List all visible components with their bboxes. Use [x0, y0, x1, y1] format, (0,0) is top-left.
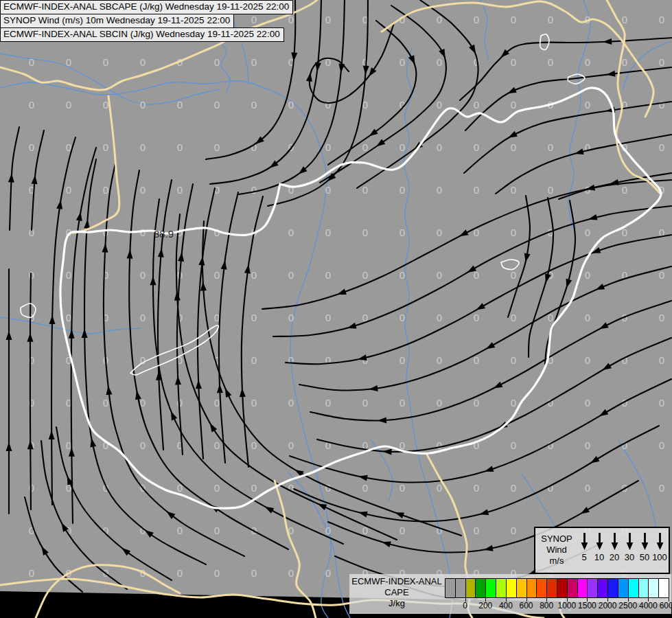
index-value: 0 [177, 184, 183, 196]
index-value: 0 [251, 184, 257, 196]
index-value: 0 [437, 312, 442, 323]
index-value: 0 [511, 482, 516, 494]
cape-color-step [485, 578, 496, 598]
index-value: 0 [251, 56, 257, 68]
cape-color-step [475, 578, 486, 598]
index-value: 0 [437, 354, 442, 366]
index-value: 0 [659, 269, 664, 281]
cape-color-step [557, 578, 568, 598]
index-value: 0 [288, 567, 294, 579]
map-title-block: ECMWF-INDEX-ANAL SBCAPE (J/kg) Wednesday… [0, 0, 293, 42]
index-value: 0 [66, 439, 71, 451]
index-value: 0 [399, 312, 405, 323]
index-value: 0 [214, 482, 220, 494]
wind-speed-item: 10 [592, 531, 607, 562]
cape-tick-label: 4000 [639, 601, 658, 610]
index-value: 0 [659, 99, 664, 111]
index-value: 0 [362, 227, 368, 238]
cape-color-step [567, 578, 578, 598]
wind-legend-title-line: m/s [537, 556, 577, 566]
index-value: 0 [659, 312, 664, 323]
wind-speed-item: 50 [637, 531, 652, 562]
index-value: 0 [437, 56, 442, 68]
index-value: 0 [66, 312, 71, 323]
index-value: 0 [251, 269, 257, 281]
down-arrow-icon [625, 531, 635, 551]
index-value: 0 [325, 567, 331, 579]
index-value: 0 [214, 56, 220, 68]
index-value: 0 [585, 482, 590, 494]
index-value: 0 [177, 525, 183, 536]
index-value: 0 [251, 567, 257, 579]
index-value: 0 [437, 397, 442, 409]
index-value: 0 [622, 56, 627, 68]
index-value: 0 [362, 269, 368, 281]
index-value: 0 [325, 397, 331, 409]
synop-wind-legend: SYNOP Wind m/s 510203050100 [534, 527, 670, 574]
index-value: 0 [437, 184, 442, 196]
index-value: 0 [288, 227, 294, 238]
index-value: 0 [29, 567, 34, 579]
index-value: 0 [140, 312, 146, 323]
cape-color-step [455, 578, 466, 598]
wind-speed-label: 50 [640, 552, 649, 562]
index-value: 0 [474, 397, 479, 409]
cape-color-step [526, 578, 537, 598]
index-value: 0 [251, 312, 257, 323]
index-value: 0 [251, 354, 257, 366]
down-arrow-icon [655, 531, 665, 551]
index-value: 0 [585, 397, 590, 409]
index-value: 0 [288, 397, 294, 409]
index-value: 0 [437, 227, 442, 238]
index-value: 0 [659, 482, 664, 494]
title-line-sbcape: ECMWF-INDEX-ANAL SBCAPE (J/kg) Wednesday… [0, 0, 293, 14]
index-value: 0 [288, 312, 294, 323]
index-value: 0 [474, 184, 479, 196]
index-value: 0 [659, 354, 664, 366]
index-value: 0 [659, 56, 664, 68]
index-value: 0 [474, 14, 479, 25]
index-value: 0 [659, 141, 664, 153]
index-value: 0 [66, 269, 71, 281]
index-value: 0 [437, 99, 442, 111]
index-value: 0 [511, 269, 516, 281]
index-value: 0 [511, 312, 516, 323]
cape-tick-label: 200 [478, 601, 492, 610]
index-value: 0 [585, 56, 590, 68]
down-arrow-icon [610, 531, 620, 551]
index-value: 0 [437, 439, 442, 451]
cape-color-step [536, 578, 547, 598]
index-value: 0 [177, 141, 183, 153]
index-value: 0 [29, 56, 34, 68]
index-value: 0 [585, 312, 590, 323]
index-value: 0 [548, 482, 553, 494]
wind-speed-item: 30 [622, 531, 637, 562]
wind-speed-scale: 510203050100 [577, 531, 667, 562]
index-value: 0 [511, 354, 516, 366]
title-line-sbcin: ECMWF-INDEX-ANAL SBCIN (J/kg) Wednesday … [0, 27, 284, 42]
cape-color-step [516, 578, 527, 598]
index-value: 0 [585, 354, 590, 366]
index-value: 0 [399, 397, 405, 409]
cape-tick-label: 2000 [599, 601, 617, 610]
wind-speed-item: 5 [577, 531, 592, 562]
index-value: 0 [103, 56, 108, 68]
cape-color-step [506, 578, 517, 598]
index-value: 0 [251, 482, 257, 494]
index-value: 0 [288, 269, 294, 281]
cape-legend-title: ECMWF-INDEX-ANAL CAPE J/kg [349, 576, 444, 609]
cape-legend-title-line: J/kg [349, 598, 444, 609]
title-line-wind: SYNOP Wind (m/s) 10m Wednesday 19-11-202… [0, 14, 234, 28]
index-value: 0 [325, 141, 331, 153]
index-value: 0 [214, 567, 220, 579]
index-value: 0 [362, 397, 368, 409]
index-value: 0 [325, 99, 331, 111]
index-value: 0 [140, 439, 146, 451]
index-value: 0 [511, 14, 516, 25]
index-value: 0 [251, 397, 257, 409]
cape-color-step [597, 578, 608, 598]
cape-tick-label: 1000 [557, 601, 576, 610]
index-value: 0 [214, 141, 220, 153]
index-value: 0 [140, 269, 146, 281]
index-value: 0 [140, 99, 146, 111]
